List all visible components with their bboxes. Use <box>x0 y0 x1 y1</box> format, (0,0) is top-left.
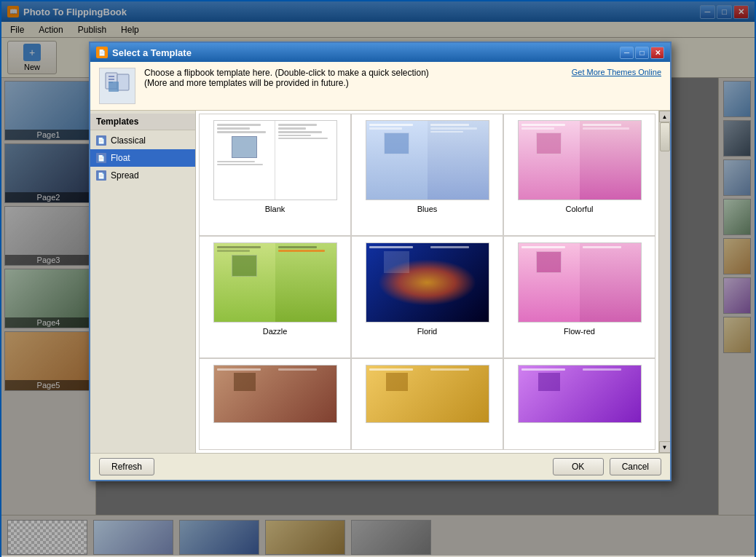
svg-rect-1 <box>109 76 114 77</box>
dialog-title: Select a Template <box>112 47 192 58</box>
template-cat-classical[interactable]: 📄 Classical <box>90 132 195 149</box>
dialog-footer: Refresh OK Cancel <box>90 453 670 480</box>
cat-float-label: Float <box>111 153 130 163</box>
template-dazzle-name: Dazzle <box>263 327 288 336</box>
template-florid-preview <box>366 242 489 323</box>
template-row3-1-preview <box>213 365 337 423</box>
template-colorful-preview <box>518 120 642 200</box>
templates-header: Templates <box>90 114 195 130</box>
get-more-themes-link[interactable]: Get More Themes Online <box>572 68 661 76</box>
template-row3-1[interactable] <box>199 358 351 450</box>
dialog-header-icon <box>99 68 135 104</box>
template-blank-preview <box>213 120 337 200</box>
template-flow-red-name: Flow-red <box>564 327 595 336</box>
cat-classical-icon: 📄 <box>96 135 106 146</box>
cat-spread-icon: 📄 <box>96 170 106 181</box>
template-flow-red[interactable]: Flow-red <box>503 236 655 358</box>
scrollbar-track[interactable] <box>659 122 671 441</box>
modal-overlay: 📄 Select a Template ─ □ ✕ <box>1 1 755 556</box>
templates-sidebar: Templates 📄 Classical 📄 Float 📄 Spread <box>90 111 196 453</box>
dialog-titlebar-controls: ─ □ ✕ <box>620 47 664 59</box>
templates-grid-container: Blank <box>196 111 670 453</box>
svg-rect-2 <box>109 79 114 80</box>
cat-spread-label: Spread <box>111 170 139 181</box>
template-dazzle-preview <box>213 242 337 323</box>
template-dazzle[interactable]: Dazzle <box>199 236 351 358</box>
template-blues-name: Blues <box>417 205 438 213</box>
template-blank-name: Blank <box>265 205 286 213</box>
app-window: 📖 Photo To FlippingBook ─ □ ✕ File Actio… <box>0 0 756 557</box>
template-florid[interactable]: Florid <box>351 236 503 358</box>
template-cat-spread[interactable]: 📄 Spread <box>90 167 195 184</box>
svg-rect-5 <box>109 82 119 92</box>
svg-rect-4 <box>117 74 129 90</box>
grid-scrollbar: ▲ ▼ <box>658 111 670 453</box>
template-florid-name: Florid <box>417 327 438 336</box>
dialog-minimize-button[interactable]: ─ <box>620 47 634 59</box>
template-row3-2-preview <box>366 365 489 423</box>
template-blues-preview <box>366 120 489 200</box>
scrollbar-thumb[interactable] <box>660 122 670 151</box>
refresh-button[interactable]: Refresh <box>99 458 154 475</box>
dialog-titlebar: 📄 Select a Template ─ □ ✕ <box>90 43 670 62</box>
cat-float-icon: 📄 <box>96 153 106 163</box>
template-flow-red-preview <box>518 242 642 323</box>
dialog-cancel-button[interactable]: Cancel <box>610 458 661 475</box>
template-cat-float[interactable]: 📄 Float <box>90 149 195 167</box>
template-colorful[interactable]: Colorful <box>503 114 655 236</box>
template-row3-3-preview <box>518 365 642 423</box>
dialog-ok-button[interactable]: OK <box>553 458 604 475</box>
dialog-maximize-button[interactable]: □ <box>635 47 649 59</box>
dialog-icon: 📄 <box>96 47 108 58</box>
scrollbar-down-arrow[interactable]: ▼ <box>659 441 671 453</box>
dialog-header-text: Get More Themes Online Choose a flipbook… <box>144 68 661 88</box>
template-blank[interactable]: Blank <box>199 114 351 236</box>
scrollbar-up-arrow[interactable]: ▲ <box>659 111 671 122</box>
template-blues[interactable]: Blues <box>351 114 503 236</box>
cat-classical-label: Classical <box>111 135 146 146</box>
dialog-body: Templates 📄 Classical 📄 Float 📄 Spread <box>90 111 670 453</box>
dialog-header-subtitle: (More and more templates will be provide… <box>144 78 661 88</box>
dialog-close-button[interactable]: ✕ <box>650 47 664 59</box>
dialog-header: Get More Themes Online Choose a flipbook… <box>90 62 670 111</box>
templates-grid: Blank <box>196 111 670 453</box>
template-row3-2[interactable] <box>351 358 503 450</box>
select-template-dialog: 📄 Select a Template ─ □ ✕ <box>89 42 672 481</box>
template-colorful-name: Colorful <box>566 205 594 213</box>
template-row3-3[interactable] <box>503 358 655 450</box>
